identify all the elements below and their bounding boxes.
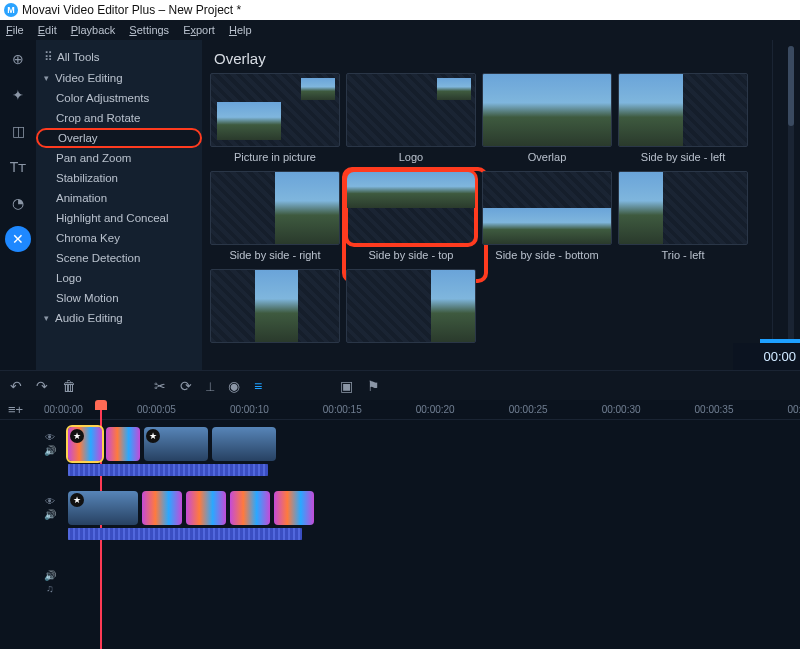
card-overlap[interactable]: Overlap — [482, 73, 612, 165]
mute-icon[interactable]: 🔊 — [44, 570, 56, 581]
star-icon: ★ — [70, 429, 84, 443]
clip[interactable] — [186, 491, 226, 525]
sidepanel-item-chroma[interactable]: Chroma Key — [36, 228, 202, 248]
titles-icon[interactable]: Tᴛ — [5, 154, 31, 180]
titlebar: M Movavi Video Editor Plus – New Project… — [0, 0, 800, 20]
transitions-icon[interactable]: ◫ — [5, 118, 31, 144]
clip[interactable]: ★ — [144, 427, 208, 461]
delete-icon[interactable]: 🗑 — [62, 378, 76, 394]
sidepanel-item-highlight[interactable]: Highlight and Conceal — [36, 208, 202, 228]
card-sbs-bottom[interactable]: Side by side - bottom — [482, 171, 612, 263]
scrollbar-thumb[interactable] — [788, 46, 794, 126]
track-audio[interactable]: 🔊♫ — [36, 564, 800, 600]
sidepanel-item-color[interactable]: Color Adjustments — [36, 88, 202, 108]
app-logo-icon: M — [4, 3, 18, 17]
sidepanel-item-slow[interactable]: Slow Motion — [36, 288, 202, 308]
add-media-icon[interactable]: ⊕ — [5, 46, 31, 72]
clip[interactable] — [274, 491, 314, 525]
card-sbs-right[interactable]: Side by side - right — [210, 171, 340, 263]
redo-icon[interactable]: ↷ — [36, 378, 48, 394]
sidepanel-item-scene[interactable]: Scene Detection — [36, 248, 202, 268]
left-toolbar: ⊕ ✦ ◫ Tᴛ ◔ ✕ — [0, 40, 36, 370]
card-pip[interactable]: Picture in picture — [210, 73, 340, 165]
record-icon[interactable]: ▣ — [340, 378, 353, 394]
adjust-icon[interactable]: ≡ — [254, 378, 262, 394]
content-panel: Overlay Picture in picture Logo Overlap … — [202, 40, 772, 370]
clip[interactable] — [142, 491, 182, 525]
mute-icon[interactable]: 🔊 — [44, 445, 56, 456]
sidepanel-item-stab[interactable]: Stabilization — [36, 168, 202, 188]
effects-icon[interactable]: ✦ — [5, 82, 31, 108]
sidepanel-item-pan[interactable]: Pan and Zoom — [36, 148, 202, 168]
sidepanel-item-logo[interactable]: Logo — [36, 268, 202, 288]
card-extra-2[interactable] — [346, 269, 476, 349]
card-trio-left[interactable]: Trio - left — [618, 171, 748, 263]
menubar: File Edit Playback Settings Export Help — [0, 20, 800, 40]
main-area: ⊕ ✦ ◫ Tᴛ ◔ ✕ All Tools Video Editing Col… — [0, 40, 800, 370]
menu-file[interactable]: File — [6, 24, 24, 36]
sidepanel-item-crop[interactable]: Crop and Rotate — [36, 108, 202, 128]
audio-clip[interactable] — [68, 464, 268, 476]
clip[interactable]: ★ — [68, 427, 102, 461]
sidepanel-item-overlay[interactable]: Overlay — [36, 128, 202, 148]
preview-strip: 00:00 — [772, 40, 800, 370]
mute-icon[interactable]: 🔊 — [44, 509, 56, 520]
sidepanel-all-tools[interactable]: All Tools — [36, 46, 202, 68]
clip[interactable] — [106, 427, 140, 461]
crop-icon[interactable]: ⟂ — [206, 378, 214, 394]
color-icon[interactable]: ◉ — [228, 378, 240, 394]
card-extra-1[interactable] — [210, 269, 340, 349]
timeline[interactable]: ≡+ 00:00:00 00:00:05 00:00:10 00:00:15 0… — [0, 400, 800, 649]
timeline-ruler[interactable]: ≡+ 00:00:00 00:00:05 00:00:10 00:00:15 0… — [0, 400, 800, 420]
overlay-grid: Picture in picture Logo Overlap Side by … — [202, 73, 772, 349]
menu-help[interactable]: Help — [229, 24, 252, 36]
card-sbs-top[interactable]: Side by side - top — [346, 171, 476, 263]
sidepanel-group-video[interactable]: Video Editing — [36, 68, 202, 88]
menu-playback[interactable]: Playback — [71, 24, 116, 36]
star-icon: ★ — [146, 429, 160, 443]
clip[interactable] — [212, 427, 276, 461]
sidepanel-item-anim[interactable]: Animation — [36, 188, 202, 208]
clip[interactable]: ★ — [68, 491, 138, 525]
menu-edit[interactable]: Edit — [38, 24, 57, 36]
timecode: 00:00 — [733, 343, 800, 370]
clock-icon[interactable]: ◔ — [5, 190, 31, 216]
clip[interactable] — [230, 491, 270, 525]
menu-settings[interactable]: Settings — [129, 24, 169, 36]
side-panel: All Tools Video Editing Color Adjustment… — [36, 40, 202, 370]
undo-icon[interactable]: ↶ — [10, 378, 22, 394]
add-track-icon[interactable]: ≡+ — [8, 402, 23, 417]
tracks: 👁🔊 ★ ★ 👁🔊 ★ 🔊♫ — [0, 426, 800, 600]
sidepanel-group-audio[interactable]: Audio Editing — [36, 308, 202, 328]
rotate-icon[interactable]: ⟳ — [180, 378, 192, 394]
window-title: Movavi Video Editor Plus – New Project * — [22, 3, 241, 17]
card-sbs-left[interactable]: Side by side - left — [618, 73, 748, 165]
marker-icon[interactable]: ⚑ — [367, 378, 380, 394]
track-overlay[interactable]: 👁🔊 ★ ★ — [36, 426, 800, 462]
card-logo[interactable]: Logo — [346, 73, 476, 165]
eye-icon[interactable]: 👁 — [45, 496, 55, 507]
more-tools-icon[interactable]: ✕ — [5, 226, 31, 252]
track-video[interactable]: 👁🔊 ★ — [36, 490, 800, 526]
menu-export[interactable]: Export — [183, 24, 215, 36]
content-heading: Overlay — [202, 40, 772, 73]
scrollbar[interactable] — [788, 46, 794, 346]
audio-clip[interactable] — [68, 528, 302, 540]
cut-icon[interactable]: ✂ — [154, 378, 166, 394]
timeline-toolbar: ↶ ↷ 🗑 ✂ ⟳ ⟂ ◉ ≡ ▣ ⚑ — [0, 370, 800, 400]
star-icon: ★ — [70, 493, 84, 507]
eye-icon[interactable]: 👁 — [45, 432, 55, 443]
music-icon[interactable]: ♫ — [46, 583, 54, 594]
